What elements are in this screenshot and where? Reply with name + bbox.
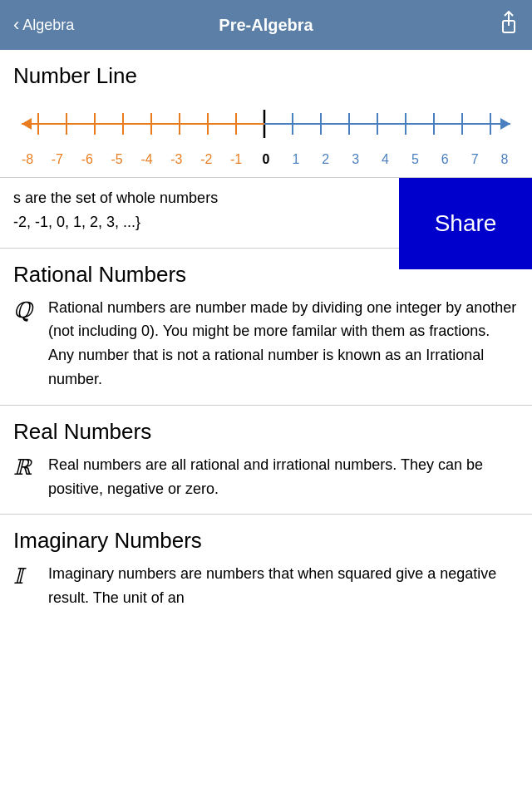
label-pos5: 5	[407, 152, 422, 167]
label-neg1: -1	[229, 152, 244, 167]
label-neg4: -4	[140, 152, 155, 167]
label-pos6: 6	[437, 152, 452, 167]
label-pos1: 1	[288, 152, 303, 167]
number-line-title: Number Line	[13, 63, 519, 89]
imaginary-numbers-title: Imaginary Numbers	[13, 528, 519, 554]
imaginary-numbers-text: Imaginary numbers are numbers that when …	[48, 562, 519, 610]
label-neg8: -8	[20, 152, 35, 167]
imaginary-numbers-row: 𝕀 Imaginary numbers are numbers that whe…	[13, 562, 519, 610]
real-numbers-section: Real Numbers ℝ Real numbers are all rati…	[0, 406, 532, 515]
real-numbers-text: Real numbers are all rational and irrati…	[48, 453, 519, 501]
label-zero: 0	[259, 152, 273, 167]
share-button[interactable]: Share	[399, 178, 532, 269]
label-pos4: 4	[378, 152, 393, 167]
label-pos8: 8	[497, 152, 512, 167]
label-pos7: 7	[467, 152, 482, 167]
share-button-label: Share	[435, 210, 497, 237]
rational-symbol: ℚ	[13, 298, 40, 323]
label-neg3: -3	[169, 152, 184, 167]
page-title: Pre-Algebra	[219, 16, 313, 35]
number-labels-row: -8 -7 -6 -5 -4 -3 -2 -1 0 1 2 3 4 5 6 7 …	[13, 152, 519, 167]
back-label: Algebra	[22, 17, 74, 34]
number-line-section: Number Line	[0, 50, 532, 167]
number-line-svg	[13, 99, 519, 149]
real-symbol: ℝ	[13, 455, 40, 480]
header: ‹ Algebra Pre-Algebra	[0, 0, 532, 50]
imaginary-numbers-section: Imaginary Numbers 𝕀 Imaginary numbers ar…	[0, 515, 532, 623]
label-neg7: -7	[50, 152, 65, 167]
label-neg2: -2	[199, 152, 214, 167]
integers-line1: s are the set of whole numbers	[13, 186, 396, 210]
back-chevron-icon: ‹	[13, 14, 19, 36]
label-pos3: 3	[348, 152, 363, 167]
integers-area: s are the set of whole numbers -2, -1, 0…	[0, 177, 532, 248]
label-pos2: 2	[318, 152, 333, 167]
number-line-container	[13, 99, 519, 149]
rational-numbers-section: Rational Numbers ℚ Rational numbers are …	[0, 249, 532, 405]
imaginary-symbol: 𝕀	[13, 564, 40, 589]
rational-numbers-text: Rational numbers are number made by divi…	[48, 296, 519, 392]
back-button[interactable]: ‹ Algebra	[13, 14, 74, 36]
rational-numbers-row: ℚ Rational numbers are number made by di…	[13, 296, 519, 392]
share-icon[interactable]	[499, 11, 519, 39]
real-numbers-title: Real Numbers	[13, 419, 519, 445]
integers-line2: -2, -1, 0, 1, 2, 3, ...}	[13, 210, 396, 234]
real-numbers-row: ℝ Real numbers are all rational and irra…	[13, 453, 519, 501]
label-neg6: -6	[80, 152, 95, 167]
label-neg5: -5	[110, 152, 125, 167]
